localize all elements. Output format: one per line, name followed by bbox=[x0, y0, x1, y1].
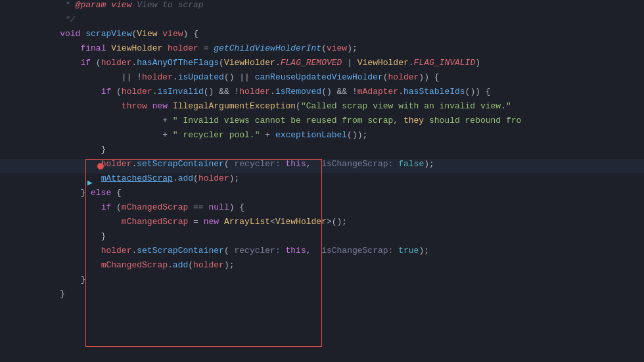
line-content: final ViewHolder holder = getChildViewHo… bbox=[39, 43, 357, 53]
execution-arrow: ▶ bbox=[87, 177, 93, 188]
code-editor: * @param view View to scrap */ void scra… bbox=[0, 0, 644, 362]
code-line-5: if (holder.hasAnyOfTheFlags(ViewHolder.F… bbox=[0, 58, 644, 72]
code-line-9: + " Invalid views cannot be reused from … bbox=[0, 116, 644, 130]
code-line-10: + " recycler pool." + exceptionLabel()); bbox=[0, 130, 644, 145]
line-content: */ bbox=[39, 14, 76, 24]
line-content: || !holder.isUpdated() || canReuseUpdate… bbox=[39, 72, 440, 82]
line-content: if (holder.isInvalid() && !holder.isRemo… bbox=[39, 87, 491, 97]
line-content: mChangedScrap.add(holder); bbox=[39, 260, 235, 270]
line-content: holder.setScrapContainer( recycler: this… bbox=[39, 246, 429, 256]
line-content: } bbox=[39, 275, 85, 284]
code-line-6: || !holder.isUpdated() || canReuseUpdate… bbox=[0, 72, 644, 87]
line-content: void scrapView(View view) { bbox=[39, 29, 198, 39]
line-content: + " recycler pool." + exceptionLabel()); bbox=[39, 130, 367, 140]
line-content: if (mChangedScrap == null) { bbox=[39, 202, 244, 212]
line-content: } bbox=[39, 145, 106, 154]
line-content: } else { bbox=[39, 188, 122, 198]
code-line-18: holder.setScrapContainer( recycler: this… bbox=[0, 246, 644, 260]
code-line-1: * @param view View to scrap bbox=[0, 0, 644, 14]
line-content: mAttachedScrap.add(holder); bbox=[39, 173, 239, 183]
code-line-14: } else { bbox=[0, 188, 644, 202]
code-line-4: final ViewHolder holder = getChildViewHo… bbox=[0, 43, 644, 58]
line-content: * @param view View to scrap bbox=[39, 0, 204, 10]
code-line-11: } bbox=[0, 145, 644, 159]
code-line-15: if (mChangedScrap == null) { bbox=[0, 202, 644, 217]
code-line-17: } bbox=[0, 231, 644, 246]
code-line-20: } bbox=[0, 275, 644, 289]
code-line-19: mChangedScrap.add(holder); bbox=[0, 260, 644, 275]
code-line-12: holder.setScrapContainer( recycler: this… bbox=[0, 159, 644, 173]
code-line-3: void scrapView(View view) { bbox=[0, 29, 644, 43]
line-content: mChangedScrap = new ArrayList<ViewHolder… bbox=[39, 217, 347, 227]
breakpoint-indicator bbox=[97, 163, 104, 170]
code-line-8: throw new IllegalArgumentException("Call… bbox=[0, 101, 644, 116]
line-content: } bbox=[39, 231, 106, 241]
code-line-13: mAttachedScrap.add(holder); bbox=[0, 173, 644, 188]
code-line-2: */ bbox=[0, 14, 644, 29]
line-content: if (holder.hasAnyOfTheFlags(ViewHolder.F… bbox=[39, 58, 480, 68]
line-content: throw new IllegalArgumentException("Call… bbox=[39, 101, 511, 111]
code-line-16: mChangedScrap = new ArrayList<ViewHolder… bbox=[0, 217, 644, 231]
line-content: + " Invalid views cannot be reused from … bbox=[39, 116, 521, 125]
line-content: } bbox=[39, 289, 65, 299]
code-line-21: } bbox=[0, 289, 644, 304]
code-line-7: if (holder.isInvalid() && !holder.isRemo… bbox=[0, 87, 644, 101]
